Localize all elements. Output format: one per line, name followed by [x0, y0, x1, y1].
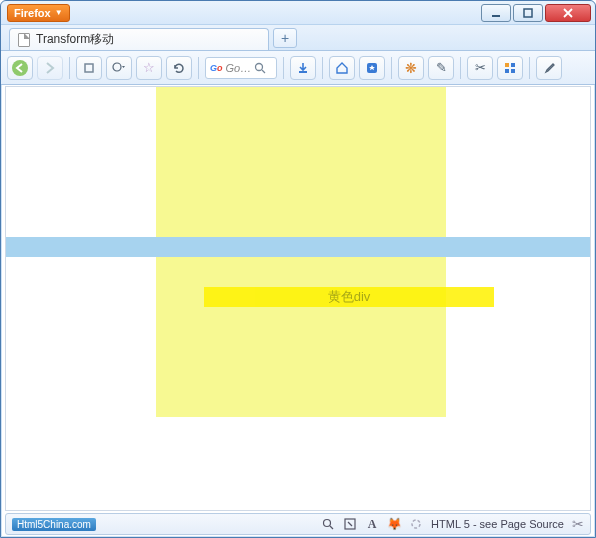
svg-rect-8 — [505, 63, 509, 67]
back-button[interactable] — [7, 56, 33, 80]
yellow-box-top — [156, 87, 446, 237]
svg-point-12 — [324, 520, 331, 527]
addon-button-2[interactable]: ✎ — [428, 56, 454, 80]
separator — [529, 57, 530, 79]
firefox-menu-label: Firefox — [14, 7, 51, 19]
yellow-box-bottom — [156, 257, 446, 417]
reload-button[interactable] — [166, 56, 192, 80]
separator — [391, 57, 392, 79]
page-viewport: 黄色div — [5, 86, 591, 511]
search-icon — [254, 62, 266, 74]
svg-rect-6 — [299, 71, 307, 73]
svg-rect-11 — [511, 69, 515, 73]
globe-icon — [112, 61, 126, 75]
svg-rect-3 — [85, 64, 93, 72]
bookmarks-menu-button[interactable] — [359, 56, 385, 80]
browser-window: Firefox ▼ Transform移动 + — [0, 0, 596, 538]
separator — [283, 57, 284, 79]
eyedropper-icon — [542, 61, 556, 75]
forward-arrow-icon — [43, 61, 57, 75]
close-button[interactable] — [545, 4, 591, 22]
minimize-icon — [491, 8, 501, 18]
google-icon: Go — [210, 63, 223, 73]
tab-title: Transform移动 — [36, 31, 114, 48]
stop-icon — [83, 62, 95, 74]
search-placeholder: Go… — [226, 62, 252, 74]
addon-button-1[interactable]: ❋ — [398, 56, 424, 80]
scissors-icon: ✂ — [475, 60, 486, 75]
bookmark-button[interactable]: ☆ — [136, 56, 162, 80]
loading-icon — [409, 517, 423, 531]
colorpicker-button[interactable] — [536, 56, 562, 80]
blue-bar — [6, 237, 590, 257]
window-controls — [481, 4, 591, 22]
svg-point-2 — [12, 60, 28, 76]
pencil-icon: ✎ — [436, 60, 447, 75]
bookmarks-icon — [365, 61, 379, 75]
plus-icon: + — [281, 30, 289, 46]
svg-point-4 — [113, 63, 121, 71]
home-icon — [335, 61, 349, 75]
toolbar: ☆ Go Go… ❋ ✎ ✂ — [1, 51, 595, 85]
svg-rect-9 — [511, 63, 515, 67]
svg-point-14 — [412, 520, 420, 528]
firefox-status-icon[interactable]: 🦊 — [387, 517, 401, 531]
wand-icon: ❋ — [405, 60, 417, 76]
forward-button[interactable] — [37, 56, 63, 80]
home-button[interactable] — [329, 56, 355, 80]
clip-icon[interactable]: ✂ — [572, 516, 584, 532]
minimize-button[interactable] — [481, 4, 511, 22]
grid-icon — [503, 61, 517, 75]
close-icon — [563, 8, 573, 18]
site-badge[interactable]: Html5China.com — [12, 518, 96, 531]
new-tab-button[interactable]: + — [273, 28, 297, 48]
download-icon — [296, 61, 310, 75]
cut-button[interactable]: ✂ — [467, 56, 493, 80]
svg-rect-10 — [505, 69, 509, 73]
tab-active[interactable]: Transform移动 — [9, 28, 269, 50]
svg-rect-0 — [492, 15, 500, 17]
back-arrow-icon — [11, 59, 29, 77]
yellow-div-label: 黄色div — [328, 288, 371, 306]
page-icon — [18, 33, 30, 47]
maximize-icon — [523, 8, 533, 18]
separator — [460, 57, 461, 79]
titlebar: Firefox ▼ — [1, 1, 595, 25]
separator — [69, 57, 70, 79]
separator — [322, 57, 323, 79]
apps-button[interactable] — [497, 56, 523, 80]
yellow-div-overlay: 黄色div — [204, 287, 494, 307]
statusbar: Html5China.com A 🦊 HTML 5 - see Page Sou… — [5, 513, 591, 535]
stop-button[interactable] — [76, 56, 102, 80]
downloads-button[interactable] — [290, 56, 316, 80]
star-icon: ☆ — [143, 60, 155, 75]
inspect-icon[interactable] — [343, 517, 357, 531]
tabstrip: Transform移动 + — [1, 25, 595, 51]
status-message: HTML 5 - see Page Source — [431, 518, 564, 530]
separator — [198, 57, 199, 79]
home-dropdown-button[interactable] — [106, 56, 132, 80]
chevron-down-icon: ▼ — [55, 8, 63, 17]
svg-rect-1 — [524, 9, 532, 17]
firefox-menu-button[interactable]: Firefox ▼ — [7, 4, 70, 22]
reload-icon — [172, 61, 186, 75]
svg-point-5 — [256, 63, 263, 70]
maximize-button[interactable] — [513, 4, 543, 22]
zoom-icon[interactable] — [321, 517, 335, 531]
font-icon[interactable]: A — [365, 517, 379, 531]
search-box[interactable]: Go Go… — [205, 57, 277, 79]
